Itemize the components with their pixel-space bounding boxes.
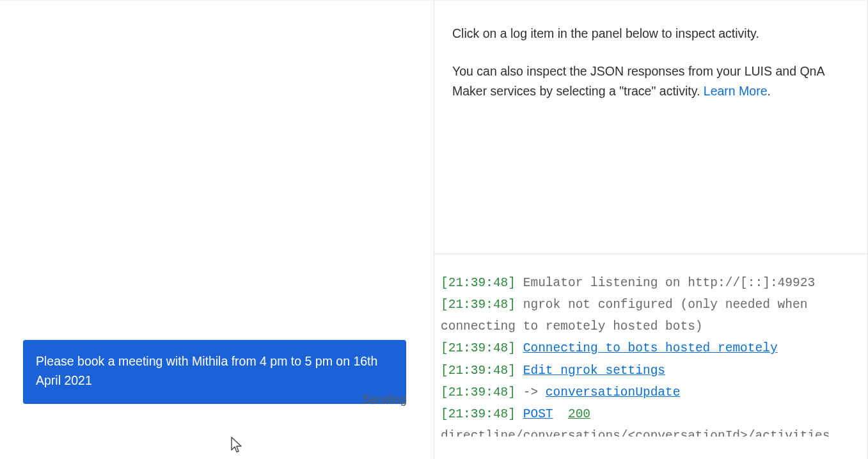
log-method-link[interactable]: POST (523, 407, 553, 421)
log-entry-cutoff: directline/conversations/<conversationId… (441, 425, 858, 437)
inspector-hint-2: You can also inspect the JSON responses … (452, 61, 849, 101)
learn-more-link[interactable]: Learn More (704, 84, 768, 98)
log-entry[interactable]: [21:39:48] ngrok not configured (only ne… (441, 294, 858, 337)
log-entry[interactable]: [21:39:48] -> conversationUpdate (441, 382, 858, 403)
log-entry[interactable]: [21:39:48] Connecting to bots hosted rem… (441, 337, 858, 359)
user-message-container: Please book a meeting with Mithila from … (23, 340, 406, 404)
log-scroll-fade (441, 263, 858, 272)
inspector-hint-2-post: . (768, 84, 771, 98)
message-status: Sending (362, 392, 407, 407)
log-panel[interactable]: [21:39:48] Emulator listening on http://… (434, 254, 867, 459)
log-link[interactable]: Edit ngrok settings (523, 364, 665, 378)
right-panel: Click on a log item in the panel below t… (434, 1, 868, 459)
log-entry[interactable]: [21:39:48] Edit ngrok settings (441, 360, 858, 382)
chat-panel: Please book a meeting with Mithila from … (0, 1, 434, 459)
app-root: Please book a meeting with Mithila from … (0, 0, 868, 459)
log-arrow: -> (523, 385, 538, 399)
log-link[interactable]: conversationUpdate (546, 385, 681, 399)
user-message-bubble[interactable]: Please book a meeting with Mithila from … (23, 340, 406, 404)
log-status-link[interactable]: 200 (568, 407, 590, 421)
log-text: Emulator listening on http://[::]:49923 (523, 276, 815, 290)
log-entry[interactable]: [21:39:48] Emulator listening on http://… (441, 272, 858, 294)
inspector-hint-1: Click on a log item in the panel below t… (452, 24, 849, 44)
log-entry[interactable]: [21:39:48] POST 200 (441, 403, 858, 425)
inspector-panel: Click on a log item in the panel below t… (434, 1, 867, 254)
chat-area: Please book a meeting with Mithila from … (0, 1, 434, 459)
log-link[interactable]: Connecting to bots hosted remotely (523, 341, 778, 355)
